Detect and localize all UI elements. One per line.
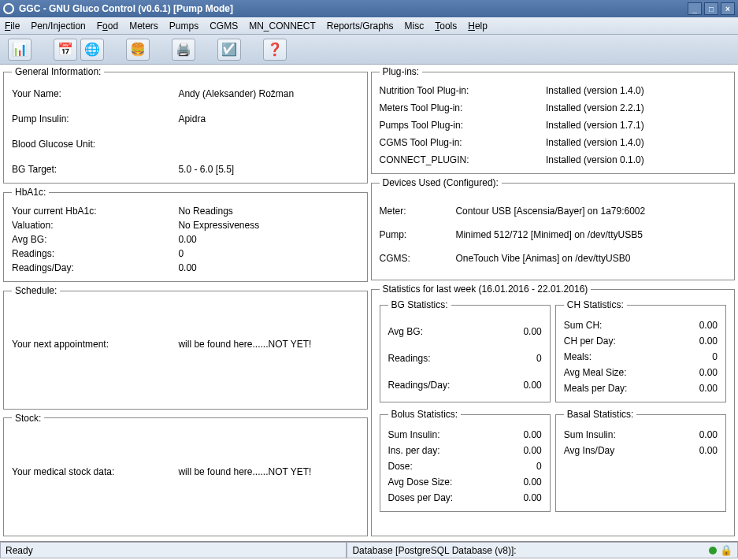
bg-avg-value: 0.00	[523, 326, 541, 337]
devices-legend: Devices Used (Configured):	[380, 177, 502, 188]
ch-sum-label: Sum CH:	[564, 320, 603, 331]
status-left: Ready	[0, 542, 347, 558]
toolbar-food-button[interactable]: 🍔	[126, 39, 150, 61]
toolbar-calendar-button[interactable]: 📅	[54, 39, 77, 61]
toolbar-help-button[interactable]: ❓	[263, 39, 287, 61]
insulin-value: Apidra	[178, 113, 358, 124]
plugin-3-name: CGMS Tool Plug-in:	[380, 137, 546, 148]
name-label: Your Name:	[12, 88, 178, 99]
ch-meals-label: Meals:	[564, 351, 592, 362]
bolus-sum-value: 0.00	[523, 429, 541, 440]
devices-panel: Devices Used (Configured): Meter:Contour…	[371, 177, 736, 280]
plugins-legend: Plug-ins:	[380, 66, 423, 77]
menu-reports[interactable]: Reports/Graphs	[327, 20, 394, 32]
ch-stats-legend: CH Statistics:	[564, 299, 627, 310]
toolbar-globe-button[interactable]: 🌐	[80, 39, 104, 61]
bgu-value	[178, 139, 358, 150]
content-area: General Information: Your Name:Andy (Ale…	[0, 65, 738, 541]
toolbar-checklist-button[interactable]: ☑️	[217, 39, 241, 61]
bg-perday-value: 0.00	[523, 380, 541, 391]
basal-avg-label: Avg Ins/Day	[564, 445, 614, 456]
bolus-perday-value: 0.00	[523, 445, 541, 456]
menu-tools[interactable]: Tools	[435, 20, 457, 32]
hba1c-avg-value: 0.00	[178, 234, 358, 245]
insulin-label: Pump Insulin:	[12, 113, 178, 124]
bg-stats-legend: BG Statistics:	[388, 299, 451, 310]
lock-icon: 🔒	[720, 544, 732, 556]
menu-help[interactable]: Help	[468, 20, 488, 32]
hba1c-valuation-value: No Expressiveness	[178, 220, 358, 231]
bg-stats-panel: BG Statistics: Avg BG:0.00 Readings:0 Re…	[380, 299, 551, 402]
plugin-0-status: Installed (version 1.4.0)	[546, 85, 726, 96]
status-right: Database [PostgreSQL Database (v8)]: 🔒	[347, 542, 738, 558]
bg-perday-label: Readings/Day:	[388, 380, 451, 391]
hba1c-valuation-label: Valuation:	[12, 220, 178, 231]
bg-avg-label: Avg BG:	[388, 326, 423, 337]
minimize-button[interactable]: _	[688, 2, 702, 15]
bgu-label: Blood Glucose Unit:	[12, 139, 178, 150]
appt-value: will be found here......NOT YET!	[178, 339, 358, 350]
plugin-2-status: Installed (version 1.7.1)	[546, 120, 726, 131]
statusbar: Ready Database [PostgreSQL Database (v8)…	[0, 541, 738, 558]
toolbar-graph-button[interactable]: 📊	[8, 39, 32, 61]
maximize-button[interactable]: □	[704, 2, 718, 15]
ch-stats-panel: CH Statistics: Sum CH:0.00 CH per Day:0.…	[555, 299, 726, 402]
bolus-dose-value: 0	[536, 461, 542, 472]
plugin-0-name: Nutrition Tool Plug-in:	[380, 85, 546, 96]
appt-label: Your next appointment:	[12, 339, 178, 350]
status-right-text: Database [PostgreSQL Database (v8)]:	[352, 545, 516, 556]
window-title: GGC - GNU Gluco Control (v0.6.1) [Pump M…	[19, 3, 233, 14]
target-value: 5.0 - 6.0 [5.5]	[178, 164, 358, 175]
ch-mealsday-value: 0.00	[699, 383, 718, 394]
meter-value: Contour USB [Ascensia/Bayer] on 1a79:600…	[455, 206, 726, 217]
menu-file[interactable]: File	[5, 20, 20, 32]
bolus-sum-label: Sum Insulin:	[388, 429, 440, 440]
basal-stats-panel: Basal Statistics: Sum Insulin:0.00 Avg I…	[555, 409, 726, 512]
right-column: Plug-ins: Nutrition Tool Plug-in:Install…	[371, 66, 736, 540]
pump-value: Minimed 512/712 [Minimed] on /dev/ttyUSB…	[455, 229, 726, 240]
bolus-dose-label: Dose:	[388, 461, 413, 472]
ch-mealsize-label: Avg Meal Size:	[564, 367, 627, 378]
general-info-panel: General Information: Your Name:Andy (Ale…	[3, 66, 368, 184]
plugin-2-name: Pumps Tool Plug-in:	[380, 120, 546, 131]
hba1c-perday-value: 0.00	[178, 262, 358, 273]
toolbar: 📊 📅 🌐 🍔 🖨️ ☑️ ❓	[0, 35, 738, 65]
bolus-dosesday-label: Doses per Day:	[388, 492, 454, 503]
schedule-panel: Schedule: Your next appointment:will be …	[3, 285, 368, 410]
menu-mnconnect[interactable]: MN_CONNECT	[249, 20, 316, 32]
status-left-text: Ready	[6, 545, 33, 556]
hba1c-panel: HbA1c: Your current HbA1c:No Readings Va…	[3, 187, 368, 282]
hba1c-readings-value: 0	[178, 248, 358, 259]
menu-meters[interactable]: Meters	[129, 20, 158, 32]
menu-cgms[interactable]: CGMS	[210, 20, 238, 32]
close-button[interactable]: ×	[721, 2, 735, 15]
hba1c-avg-label: Avg BG:	[12, 234, 178, 245]
target-label: BG Target:	[12, 164, 178, 175]
bg-readings-label: Readings:	[388, 353, 431, 364]
name-value: Andy (Aleksander) Rožman	[178, 88, 358, 99]
stock-label: Your medical stock data:	[12, 466, 178, 477]
hba1c-legend: HbA1c:	[12, 187, 49, 198]
general-legend: General Information:	[12, 66, 104, 77]
bolus-perday-label: Ins. per day:	[388, 445, 440, 456]
bolus-stats-panel: Bolus Statistics: Sum Insulin:0.00 Ins. …	[380, 409, 551, 512]
ch-perday-value: 0.00	[699, 336, 718, 347]
menu-pumps[interactable]: Pumps	[169, 20, 198, 32]
hba1c-perday-label: Readings/Day:	[12, 262, 178, 273]
hba1c-curr-value: No Readings	[178, 206, 358, 217]
stats-legend: Statistics for last week (16.01.2016 - 2…	[380, 284, 592, 295]
bolus-dosesize-label: Avg Dose Size:	[388, 477, 453, 488]
ch-perday-label: CH per Day:	[564, 336, 616, 347]
menu-misc[interactable]: Misc	[405, 20, 425, 32]
menubar: File Pen/Injection Food Meters Pumps CGM…	[0, 17, 738, 35]
plugin-1-status: Installed (version 2.2.1)	[546, 102, 726, 113]
menu-food[interactable]: Food	[97, 20, 118, 32]
menu-pen[interactable]: Pen/Injection	[31, 20, 85, 32]
bolus-legend: Bolus Statistics:	[388, 409, 462, 420]
stock-legend: Stock:	[12, 413, 44, 424]
basal-sum-label: Sum Insulin:	[564, 429, 616, 440]
basal-legend: Basal Statistics:	[564, 409, 637, 420]
cgms-value: OneTouch Vibe [Animas] on /dev/ttyUSB0	[455, 253, 726, 264]
toolbar-print-button[interactable]: 🖨️	[172, 39, 195, 61]
plugin-1-name: Meters Tool Plug-in:	[380, 102, 546, 113]
